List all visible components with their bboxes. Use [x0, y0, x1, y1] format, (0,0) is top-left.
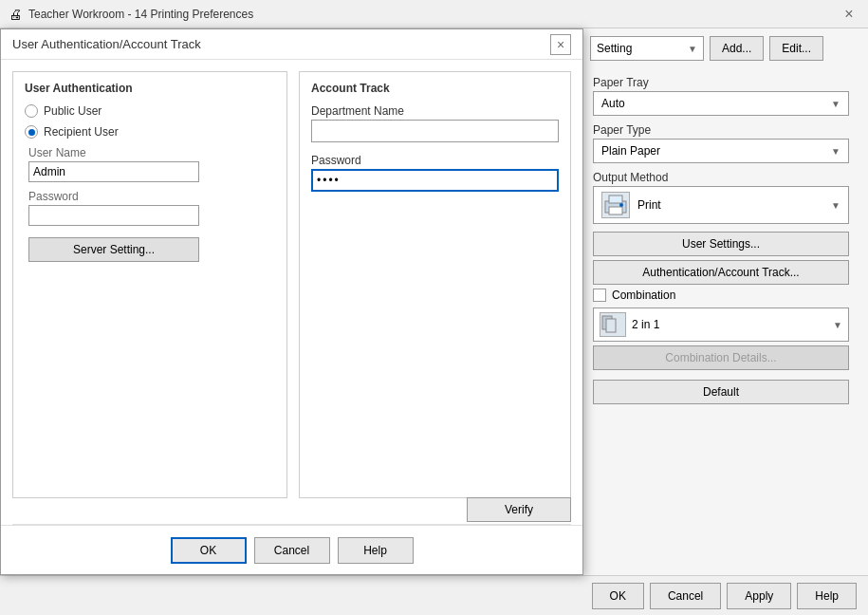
window-close-button[interactable]: ×	[838, 3, 860, 26]
account-track-section: Account Track Department Name Password	[299, 71, 571, 498]
user-auth-title: User Authentication	[25, 82, 275, 95]
output-method-label: Output Method	[593, 171, 849, 184]
bottom-ok-button[interactable]: OK	[592, 583, 644, 609]
output-method-chevron: ▼	[831, 200, 840, 211]
paper-tray-dropdown[interactable]: Auto ▼	[593, 91, 849, 116]
paper-tray-group: Paper Tray Auto ▼	[593, 76, 849, 116]
dialog-footer: OK Cancel Help	[1, 525, 582, 574]
recipient-user-label: Recipient User	[44, 125, 119, 139]
svg-point-3	[619, 203, 623, 207]
combination-details-button[interactable]: Combination Details...	[593, 345, 849, 370]
user-settings-button[interactable]: User Settings...	[593, 232, 849, 256]
bottom-apply-button[interactable]: Apply	[727, 583, 791, 609]
dept-name-label: Department Name	[311, 104, 559, 118]
dialog-help-button[interactable]: Help	[338, 537, 414, 564]
dialog-title: User Authentication/Account Track	[12, 37, 201, 51]
main-content: Setting ▼ Add... Edit... Paper Tray Auto…	[0, 28, 868, 575]
bottom-bar: OK Cancel Apply Help	[0, 575, 868, 615]
combination-chevron: ▼	[833, 320, 842, 330]
print-icon	[601, 192, 630, 218]
svg-rect-5	[606, 319, 616, 332]
public-user-radio[interactable]	[25, 104, 38, 118]
printer-icon: 🖨	[8, 7, 23, 22]
account-track-title: Account Track	[311, 82, 559, 95]
dialog-ok-button[interactable]: OK	[171, 537, 247, 564]
user-auth-section: User Authentication Public User Recipien…	[12, 71, 287, 498]
paper-type-chevron: ▼	[831, 146, 840, 157]
auth-account-track-button[interactable]: Authentication/Account Track...	[593, 260, 849, 285]
public-user-row[interactable]: Public User	[25, 104, 275, 118]
output-method-group: Output Method Print ▼	[593, 171, 849, 224]
public-user-label: Public User	[44, 104, 102, 118]
auth-password-label: Password	[28, 190, 275, 203]
paper-tray-label: Paper Tray	[593, 76, 849, 89]
combination-dropdown[interactable]: 2 in 1 ▼	[593, 308, 849, 342]
dept-name-input[interactable]	[311, 120, 559, 142]
account-password-input[interactable]	[311, 169, 559, 192]
auth-password-input[interactable]	[28, 205, 199, 226]
two-in-one-icon	[600, 312, 626, 337]
username-label: User Name	[28, 146, 275, 159]
recipient-user-radio[interactable]	[25, 125, 38, 139]
dialog-close-button[interactable]: ×	[550, 34, 571, 55]
paper-tray-chevron: ▼	[831, 99, 840, 109]
dialog-title-bar: User Authentication/Account Track ×	[1, 29, 582, 60]
add-button[interactable]: Add...	[710, 36, 764, 61]
paper-type-label: Paper Type	[593, 123, 849, 137]
verify-button-row: Verify	[12, 497, 571, 522]
bottom-cancel-button[interactable]: Cancel	[650, 583, 721, 609]
combination-label: Combination	[612, 289, 675, 302]
svg-rect-2	[609, 207, 622, 214]
combination-row: Combination	[593, 289, 849, 302]
auth-dialog: User Authentication/Account Track × User…	[0, 28, 583, 575]
recipient-user-row[interactable]: Recipient User	[25, 125, 275, 139]
username-input[interactable]	[28, 161, 199, 182]
paper-type-group: Paper Type Plain Paper ▼	[593, 123, 849, 163]
default-button[interactable]: Default	[593, 380, 849, 404]
bottom-help-button[interactable]: Help	[797, 583, 857, 609]
verify-button[interactable]: Verify	[467, 497, 571, 522]
title-bar: 🖨 Teacher Workroom - 14 Printing Prefere…	[0, 0, 868, 28]
svg-rect-1	[609, 196, 622, 203]
combination-checkbox[interactable]	[593, 289, 606, 302]
server-setting-button[interactable]: Server Setting...	[28, 237, 199, 262]
dialog-cancel-button[interactable]: Cancel	[254, 537, 330, 564]
title-bar-left: 🖨 Teacher Workroom - 14 Printing Prefere…	[8, 7, 253, 22]
right-panel-controls: Paper Tray Auto ▼ Paper Type Plain Paper…	[593, 76, 849, 404]
edit-button[interactable]: Edit...	[769, 36, 823, 61]
setting-dropdown-chevron: ▼	[688, 44, 697, 54]
dialog-body: User Authentication Public User Recipien…	[1, 60, 582, 510]
paper-type-dropdown[interactable]: Plain Paper ▼	[593, 139, 849, 163]
setting-dropdown[interactable]: Setting ▼	[590, 36, 704, 61]
output-method-container[interactable]: Print ▼	[593, 186, 849, 224]
account-password-label: Password	[311, 154, 559, 167]
title-bar-text: Teacher Workroom - 14 Printing Preferenc…	[28, 8, 253, 21]
